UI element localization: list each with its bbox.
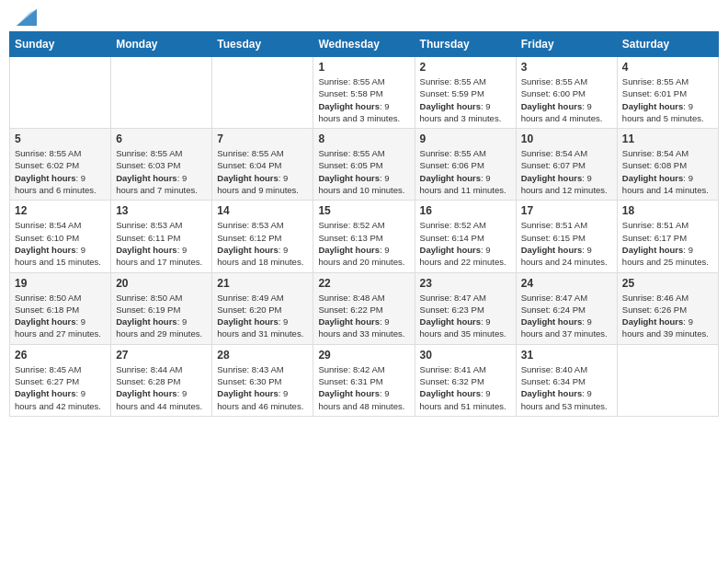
svg-marker-1 bbox=[17, 9, 37, 26]
day-number: 27 bbox=[116, 349, 207, 362]
day-info-line: Daylight hours: 9 hours and 17 minutes. bbox=[116, 245, 202, 267]
day-info-line: Sunset: 6:31 PM bbox=[318, 376, 382, 386]
day-number: 7 bbox=[217, 132, 308, 145]
day-info-line: Daylight hours: 9 hours and 18 minutes. bbox=[217, 245, 303, 267]
calendar-cell: 28Sunrise: 8:43 AMSunset: 6:30 PMDayligh… bbox=[212, 344, 313, 416]
day-info-line: Sunset: 6:14 PM bbox=[420, 233, 484, 243]
day-info-line: Daylight hours: 9 hours and 15 minutes. bbox=[15, 245, 101, 267]
day-info: Sunrise: 8:44 AMSunset: 6:28 PMDaylight … bbox=[116, 363, 207, 412]
day-info: Sunrise: 8:46 AMSunset: 6:26 PMDaylight … bbox=[622, 292, 713, 340]
day-info: Sunrise: 8:51 AMSunset: 6:17 PMDaylight … bbox=[622, 219, 713, 268]
day-info-line: Sunset: 6:32 PM bbox=[420, 376, 484, 386]
day-info: Sunrise: 8:55 AMSunset: 6:01 PMDaylight … bbox=[622, 75, 713, 124]
day-info-line: Daylight hours: 9 hours and 42 minutes. bbox=[15, 388, 101, 410]
day-info-line: Sunset: 6:12 PM bbox=[217, 233, 281, 243]
day-number: 22 bbox=[318, 277, 409, 290]
day-info-line: Daylight hours: 9 hours and 3 minutes. bbox=[318, 101, 400, 123]
day-info-line: Daylight hours: 9 hours and 12 minutes. bbox=[521, 173, 608, 195]
day-number: 2 bbox=[420, 61, 511, 74]
calendar-cell: 23Sunrise: 8:47 AMSunset: 6:23 PMDayligh… bbox=[415, 272, 516, 344]
day-number: 31 bbox=[521, 349, 612, 362]
calendar-cell: 25Sunrise: 8:46 AMSunset: 6:26 PMDayligh… bbox=[617, 272, 718, 344]
day-info-line: Sunrise: 8:55 AM bbox=[521, 76, 587, 86]
day-number: 8 bbox=[318, 132, 409, 145]
day-info-line: Daylight hours: 9 hours and 39 minutes. bbox=[622, 316, 709, 339]
calendar-week-row: 12Sunrise: 8:54 AMSunset: 6:10 PMDayligh… bbox=[10, 201, 719, 272]
day-number: 4 bbox=[622, 61, 713, 74]
calendar-cell: 26Sunrise: 8:45 AMSunset: 6:27 PMDayligh… bbox=[10, 344, 111, 416]
day-info-line: Sunrise: 8:49 AM bbox=[217, 293, 283, 303]
day-info-line: Sunset: 6:08 PM bbox=[622, 160, 687, 170]
day-info-line: Sunset: 6:24 PM bbox=[521, 304, 586, 315]
day-info-line: Daylight hours: 9 hours and 29 minutes. bbox=[116, 316, 202, 339]
day-number: 24 bbox=[521, 277, 612, 290]
calendar-week-row: 26Sunrise: 8:45 AMSunset: 6:27 PMDayligh… bbox=[10, 344, 719, 416]
day-info: Sunrise: 8:51 AMSunset: 6:15 PMDaylight … bbox=[521, 219, 612, 268]
day-info-line: Sunset: 6:02 PM bbox=[15, 160, 79, 170]
day-number: 30 bbox=[420, 349, 511, 362]
day-info: Sunrise: 8:55 AMSunset: 6:04 PMDaylight … bbox=[217, 147, 308, 196]
day-number: 16 bbox=[420, 204, 511, 217]
day-info-line: Daylight hours: 9 hours and 20 minutes. bbox=[318, 245, 404, 267]
day-info-line: Sunrise: 8:41 AM bbox=[420, 364, 486, 374]
day-info-line: Daylight hours: 9 hours and 35 minutes. bbox=[420, 316, 506, 339]
day-info-line: Sunrise: 8:55 AM bbox=[420, 76, 486, 86]
day-info-line: Sunset: 6:07 PM bbox=[521, 160, 586, 170]
day-info-line: Daylight hours: 9 hours and 3 minutes. bbox=[420, 101, 502, 123]
day-info: Sunrise: 8:52 AMSunset: 6:14 PMDaylight … bbox=[420, 219, 511, 268]
day-info: Sunrise: 8:55 AMSunset: 6:05 PMDaylight … bbox=[318, 147, 409, 196]
day-info: Sunrise: 8:43 AMSunset: 6:30 PMDaylight … bbox=[217, 363, 308, 412]
calendar-cell: 10Sunrise: 8:54 AMSunset: 6:07 PMDayligh… bbox=[516, 129, 617, 201]
day-info-line: Sunrise: 8:55 AM bbox=[15, 148, 81, 158]
day-info-line: Daylight hours: 9 hours and 51 minutes. bbox=[420, 388, 506, 410]
day-number: 26 bbox=[15, 349, 106, 362]
day-info-line: Daylight hours: 9 hours and 10 minutes. bbox=[318, 173, 404, 195]
day-info: Sunrise: 8:40 AMSunset: 6:34 PMDaylight … bbox=[521, 363, 612, 412]
calendar-header-friday: Friday bbox=[516, 32, 617, 57]
day-info: Sunrise: 8:48 AMSunset: 6:22 PMDaylight … bbox=[318, 292, 409, 340]
day-info-line: Sunset: 6:28 PM bbox=[116, 376, 180, 386]
calendar-cell: 18Sunrise: 8:51 AMSunset: 6:17 PMDayligh… bbox=[617, 201, 718, 272]
day-info-line: Sunrise: 8:51 AM bbox=[521, 220, 587, 230]
day-info-line: Sunset: 6:03 PM bbox=[116, 160, 180, 170]
day-number: 20 bbox=[116, 277, 207, 290]
day-info: Sunrise: 8:55 AMSunset: 6:02 PMDaylight … bbox=[15, 147, 106, 196]
calendar-cell: 29Sunrise: 8:42 AMSunset: 6:31 PMDayligh… bbox=[313, 344, 415, 416]
day-info: Sunrise: 8:47 AMSunset: 6:23 PMDaylight … bbox=[420, 292, 511, 340]
day-info-line: Daylight hours: 9 hours and 33 minutes. bbox=[318, 316, 404, 339]
day-info-line: Sunrise: 8:47 AM bbox=[521, 293, 587, 303]
day-number: 9 bbox=[420, 132, 511, 145]
calendar-cell: 22Sunrise: 8:48 AMSunset: 6:22 PMDayligh… bbox=[313, 272, 415, 344]
calendar-cell: 13Sunrise: 8:53 AMSunset: 6:11 PMDayligh… bbox=[111, 201, 212, 272]
calendar-cell: 19Sunrise: 8:50 AMSunset: 6:18 PMDayligh… bbox=[10, 272, 111, 344]
day-info: Sunrise: 8:55 AMSunset: 5:59 PMDaylight … bbox=[420, 75, 511, 124]
day-info-line: Sunrise: 8:52 AM bbox=[318, 220, 384, 230]
day-number: 11 bbox=[622, 132, 713, 145]
day-info: Sunrise: 8:53 AMSunset: 6:11 PMDaylight … bbox=[116, 219, 207, 268]
calendar-cell bbox=[111, 57, 212, 129]
day-info: Sunrise: 8:54 AMSunset: 6:10 PMDaylight … bbox=[15, 219, 106, 268]
day-info-line: Daylight hours: 9 hours and 53 minutes. bbox=[521, 388, 608, 410]
day-info-line: Sunset: 6:04 PM bbox=[217, 160, 281, 170]
day-info-line: Sunset: 6:20 PM bbox=[217, 304, 281, 315]
calendar-header-tuesday: Tuesday bbox=[212, 32, 313, 57]
day-number: 13 bbox=[116, 204, 207, 217]
day-info-line: Sunset: 6:15 PM bbox=[521, 233, 586, 243]
day-info-line: Sunrise: 8:47 AM bbox=[420, 293, 486, 303]
day-info-line: Daylight hours: 9 hours and 6 minutes. bbox=[15, 173, 97, 195]
day-info: Sunrise: 8:49 AMSunset: 6:20 PMDaylight … bbox=[217, 292, 308, 340]
day-number: 18 bbox=[622, 204, 713, 217]
calendar-cell: 11Sunrise: 8:54 AMSunset: 6:08 PMDayligh… bbox=[617, 129, 718, 201]
day-info: Sunrise: 8:52 AMSunset: 6:13 PMDaylight … bbox=[318, 219, 409, 268]
calendar-week-row: 1Sunrise: 8:55 AMSunset: 5:58 PMDaylight… bbox=[10, 57, 719, 129]
day-number: 6 bbox=[116, 132, 207, 145]
day-info-line: Sunset: 6:34 PM bbox=[521, 376, 586, 386]
day-info-line: Daylight hours: 9 hours and 48 minutes. bbox=[318, 388, 404, 410]
day-info-line: Sunset: 6:06 PM bbox=[420, 160, 484, 170]
calendar-header-sunday: Sunday bbox=[10, 32, 111, 57]
day-info-line: Sunrise: 8:51 AM bbox=[622, 220, 688, 230]
day-number: 5 bbox=[15, 132, 106, 145]
day-info-line: Daylight hours: 9 hours and 11 minutes. bbox=[420, 173, 506, 195]
day-number: 1 bbox=[318, 61, 409, 74]
day-info-line: Sunrise: 8:55 AM bbox=[622, 76, 688, 86]
